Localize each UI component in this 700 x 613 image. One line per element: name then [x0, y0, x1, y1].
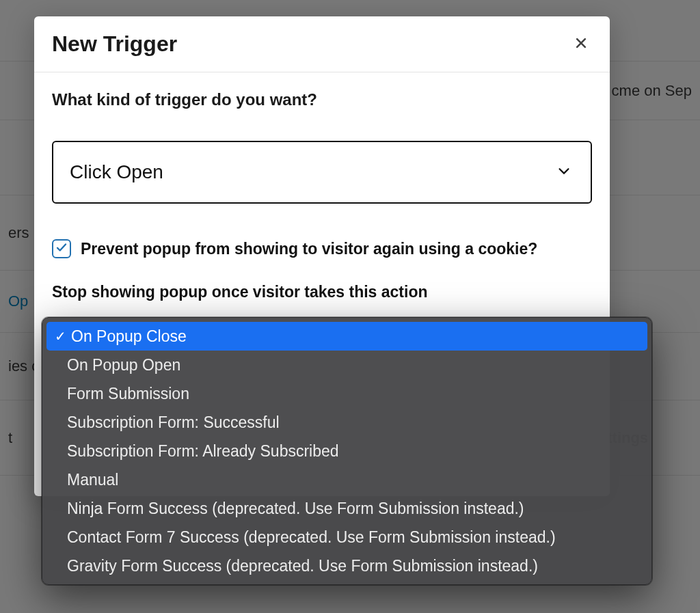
dropdown-option-label: On Popup Close [71, 327, 187, 346]
check-icon [55, 241, 68, 256]
dropdown-option[interactable]: Gravity Form Success (deprecated. Use Fo… [42, 551, 651, 580]
dropdown-option[interactable]: Manual [42, 465, 651, 494]
dropdown-option[interactable]: Subscription Form: Successful [42, 408, 651, 437]
trigger-question: What kind of trigger do you want? [52, 90, 592, 109]
prevent-cookie-checkbox[interactable] [52, 239, 71, 258]
dropdown-option-label: Manual [67, 471, 118, 489]
dropdown-option[interactable]: On Popup Open [42, 351, 651, 379]
dropdown-option-label: Ninja Form Success (deprecated. Use Form… [67, 500, 524, 518]
modal-title: New Trigger [52, 31, 177, 57]
prevent-cookie-label: Prevent popup from showing to visitor ag… [81, 240, 537, 258]
chevron-down-icon [556, 161, 571, 183]
dropdown-option-label: Form Submission [67, 385, 189, 403]
dropdown-option[interactable]: Form Submission [42, 379, 651, 408]
dropdown-option[interactable]: Contact Form 7 Success (deprecated. Use … [42, 523, 651, 551]
dropdown-option-label: Subscription Form: Successful [67, 413, 280, 432]
dropdown-option[interactable]: Ninja Form Success (deprecated. Use Form… [42, 494, 651, 523]
dropdown-option-label: Subscription Form: Already Subscribed [67, 442, 339, 461]
prevent-cookie-row: Prevent popup from showing to visitor ag… [52, 239, 592, 258]
dropdown-option-label: Contact Form 7 Success (deprecated. Use … [67, 528, 556, 547]
stop-action-label: Stop showing popup once visitor takes th… [52, 283, 592, 301]
dropdown-option-label: Gravity Form Success (deprecated. Use Fo… [67, 557, 538, 575]
close-icon [574, 36, 588, 53]
trigger-type-select[interactable]: Click Open [52, 141, 592, 204]
dropdown-option[interactable]: Subscription Form: Already Subscribed [42, 437, 651, 465]
trigger-type-value: Click Open [70, 161, 163, 183]
dropdown-option-label: On Popup Open [67, 356, 180, 374]
dropdown-option[interactable]: ✓On Popup Close [46, 322, 647, 351]
checkmark-icon: ✓ [53, 329, 67, 343]
modal-close-button[interactable] [570, 33, 592, 55]
modal-header: New Trigger [34, 16, 610, 72]
stop-action-dropdown[interactable]: ✓On Popup CloseOn Popup OpenForm Submiss… [42, 317, 652, 585]
